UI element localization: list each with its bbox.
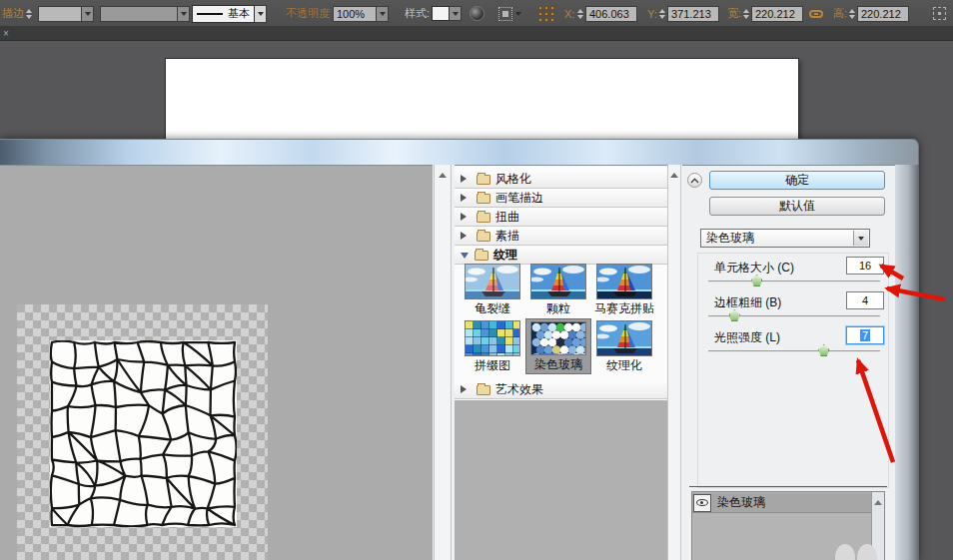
preview-pane[interactable] xyxy=(0,165,433,560)
cell-size-label: 单元格大小 (C) xyxy=(714,260,794,277)
chevron-down-icon[interactable] xyxy=(450,6,462,21)
expand-triangle-icon[interactable] xyxy=(461,213,471,221)
thumb-grain[interactable]: 颗粒 xyxy=(525,262,591,317)
parameters-group: 单元格大小 (C) 16 边框粗细 (B) 4 光照强度 (L) 7 xyxy=(697,253,889,488)
dialog-body: 风格化 画笔描边 扭曲 素描 纹理 龟裂缝 颗粒 xyxy=(0,165,919,560)
brush-definition-dropdown[interactable]: 基本 xyxy=(192,0,267,27)
expand-triangle-icon[interactable] xyxy=(461,194,471,202)
cell-size-input[interactable]: 16 xyxy=(846,257,884,275)
variable-width-dropdown[interactable] xyxy=(100,0,190,27)
constrain-proportions-icon[interactable] xyxy=(809,10,823,18)
width-stepper[interactable] xyxy=(743,6,749,22)
cell-size-row: 单元格大小 (C) 16 xyxy=(698,257,890,290)
y-input[interactable]: 371.213 xyxy=(667,6,719,22)
align-dropdown[interactable] xyxy=(498,0,524,27)
x-stepper[interactable] xyxy=(577,6,583,22)
folder-label: 素描 xyxy=(495,228,519,245)
tree-folder-artistic[interactable]: 艺术效果 xyxy=(455,380,667,399)
tree-folder-stylize[interactable]: 风格化 xyxy=(455,170,667,189)
eye-icon xyxy=(696,499,708,506)
tree-folder-sketch[interactable]: 素描 xyxy=(455,227,667,246)
preview-scrollbar[interactable] xyxy=(434,165,452,560)
reference-point-selector[interactable] xyxy=(538,6,554,22)
slider-thumb[interactable] xyxy=(818,344,829,356)
thumb-mosaic-tiles[interactable]: 马赛克拼贴 xyxy=(591,262,657,317)
chevron-down-icon[interactable] xyxy=(255,5,267,23)
tree-folder-distort[interactable]: 扭曲 xyxy=(455,208,667,227)
dialog-titlebar[interactable] xyxy=(0,139,919,165)
y-label: Y: xyxy=(647,8,657,20)
visibility-toggle[interactable] xyxy=(693,494,711,512)
height-label: 高: xyxy=(833,6,847,21)
scroll-up-icon[interactable] xyxy=(439,169,447,178)
filter-gallery-dialog: 风格化 画笔描边 扭曲 素描 纹理 龟裂缝 颗粒 xyxy=(0,139,919,560)
folder-label: 扭曲 xyxy=(495,209,519,226)
effect-dropdown-value: 染色玻璃 xyxy=(706,230,754,247)
control-bar: 描边 基本 不透明度 100% 样式: X: 406.063 Y: 371.21… xyxy=(0,0,953,27)
chevron-down-icon[interactable] xyxy=(512,6,524,22)
close-tab-icon[interactable]: × xyxy=(3,27,9,41)
folder-label: 纹理 xyxy=(493,247,517,264)
thumbnail-image[interactable] xyxy=(465,320,520,356)
thumb-craquelure[interactable]: 龟裂缝 xyxy=(460,262,525,317)
artboard[interactable] xyxy=(165,58,799,140)
thumbnail-image[interactable] xyxy=(596,320,652,356)
border-thickness-input[interactable]: 4 xyxy=(846,291,884,309)
settings-pane: 确定 默认值 染色玻璃 单元格大小 (C) 16 边框粗细 (B) 4 xyxy=(682,165,895,560)
thumbnail-image[interactable] xyxy=(530,264,586,299)
thumb-stained-glass-selected[interactable]: 染色玻璃 xyxy=(525,318,591,374)
chevron-down-icon[interactable] xyxy=(82,6,94,22)
defaults-button[interactable]: 默认值 xyxy=(709,197,885,216)
style-swatch-dropdown[interactable] xyxy=(432,0,462,27)
light-intensity-slider[interactable] xyxy=(708,350,880,352)
align-icon[interactable] xyxy=(498,7,512,21)
width-input[interactable]: 220.212 xyxy=(751,6,803,22)
x-input[interactable]: 406.063 xyxy=(585,6,637,22)
stroke-width-stepper[interactable] xyxy=(26,6,32,22)
chevron-down-icon[interactable] xyxy=(178,6,190,22)
chevron-down-icon[interactable] xyxy=(377,6,389,22)
border-thickness-row: 边框粗细 (B) 4 xyxy=(698,291,890,325)
height-input[interactable]: 220.212 xyxy=(857,6,909,22)
folder-icon xyxy=(476,213,490,223)
thumb-patchwork[interactable]: 拼缀图 xyxy=(460,318,525,374)
light-intensity-row: 光照强度 (L) 7 xyxy=(698,326,890,360)
width-label: 宽: xyxy=(727,6,741,21)
scroll-up-icon[interactable] xyxy=(874,496,882,505)
chevron-down-icon[interactable] xyxy=(853,231,868,246)
recolor-artwork-icon[interactable] xyxy=(470,6,484,21)
tree-folder-brushstrokes[interactable]: 画笔描边 xyxy=(455,189,667,208)
x-label: X: xyxy=(564,8,574,20)
cell-size-slider[interactable] xyxy=(708,280,880,282)
transform-icon[interactable] xyxy=(933,7,946,20)
style-swatch[interactable] xyxy=(432,6,450,21)
effect-layer-list: 染色玻璃 xyxy=(691,491,885,560)
tree-scrollbar[interactable] xyxy=(667,165,681,560)
chevron-up-icon xyxy=(690,178,699,184)
collapse-panel-button[interactable] xyxy=(687,173,702,188)
thumb-texturizer[interactable]: 纹理化 xyxy=(591,318,657,374)
document-tab-strip: × xyxy=(0,27,953,41)
light-intensity-label: 光照强度 (L) xyxy=(714,329,780,346)
thumbnail-image[interactable] xyxy=(596,264,652,299)
border-thickness-label: 边框粗细 (B) xyxy=(714,294,781,311)
light-intensity-input[interactable]: 7 xyxy=(846,326,884,344)
border-thickness-slider[interactable] xyxy=(708,315,880,317)
thumbnail-image[interactable] xyxy=(530,321,586,355)
expand-triangle-icon[interactable] xyxy=(461,385,471,393)
folder-label: 画笔描边 xyxy=(495,190,543,207)
expand-triangle-icon[interactable] xyxy=(461,232,471,240)
y-stepper[interactable] xyxy=(659,6,665,22)
effect-dropdown[interactable]: 染色玻璃 xyxy=(700,229,870,248)
collapse-triangle-icon[interactable] xyxy=(461,253,469,263)
height-stepper[interactable] xyxy=(849,6,855,22)
effect-layer-row[interactable]: 染色玻璃 xyxy=(692,493,872,513)
opacity-dropdown[interactable]: 100% xyxy=(333,0,389,27)
ok-button[interactable]: 确定 xyxy=(709,171,885,190)
scroll-up-icon[interactable] xyxy=(670,169,678,178)
illustrator-window: 描边 基本 不透明度 100% 样式: X: 406.063 Y: 371.21… xyxy=(0,0,953,560)
stroke-width-dropdown[interactable] xyxy=(38,0,94,27)
thumbnail-image[interactable] xyxy=(465,264,520,299)
expand-triangle-icon[interactable] xyxy=(461,175,471,183)
folder-open-icon xyxy=(475,251,488,261)
